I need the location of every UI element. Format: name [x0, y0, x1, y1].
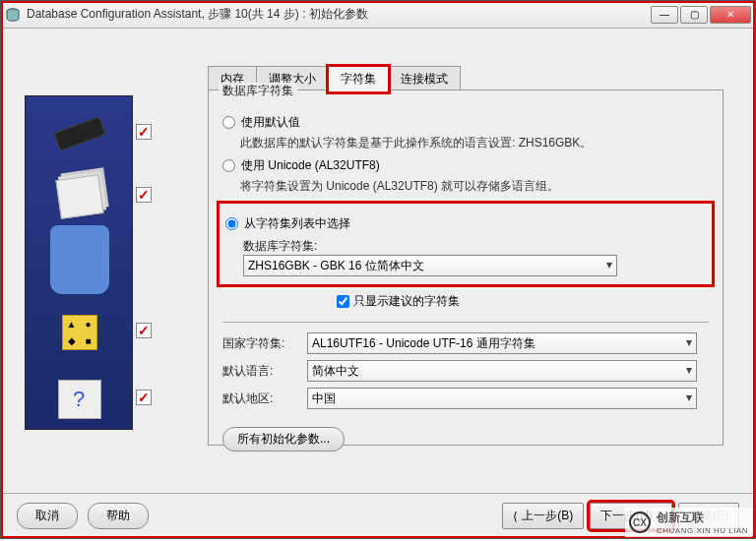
show-recommended-checkbox[interactable] [337, 295, 349, 308]
step-check-icon: ✓ [136, 124, 152, 140]
default-locale-label: 默认地区: [222, 391, 307, 407]
watermark-sub: CHUANG XIN HU LIAN [657, 526, 748, 535]
app-icon [5, 7, 21, 23]
radio-use-unicode-label: 使用 Unicode (AL32UTF8) [241, 157, 380, 174]
shapes-icon: ▲●◆■ [62, 315, 97, 350]
step-check-icon: ✓ [136, 187, 152, 203]
back-button[interactable]: ⟨上一步(B) [502, 503, 584, 529]
titlebar: Database Configuration Assistant, 步骤 10(… [1, 1, 755, 29]
database-icon [50, 225, 109, 294]
window-buttons: — ▢ ✕ [651, 6, 751, 24]
wizard-sidebar-image: ✓ ✓ ▲●◆■✓ ✓ [25, 95, 133, 430]
window-title: Database Configuration Assistant, 步骤 10(… [27, 6, 651, 23]
database-charset-groupbox: 数据库字符集 使用默认值 此数据库的默认字符集是基于此操作系统的语言设置: ZH… [208, 90, 724, 446]
default-language-combo[interactable]: 简体中文 [307, 360, 697, 382]
watermark: CX 创新互联 CHUANG XIN HU LIAN [625, 508, 752, 537]
separator [222, 322, 709, 323]
question-papers-icon [58, 380, 101, 419]
radio-use-unicode[interactable] [222, 159, 235, 172]
default-locale-combo[interactable]: 中国 [307, 388, 697, 409]
groupbox-title: 数据库字符集 [219, 83, 297, 99]
watermark-brand: 创新互联 [657, 510, 748, 526]
minimize-button[interactable]: — [651, 6, 678, 24]
back-arrow-icon: ⟨ [513, 510, 518, 523]
radio-select-from-list[interactable] [225, 217, 238, 230]
radio-use-default-label: 使用默认值 [241, 114, 300, 131]
chip-icon [53, 116, 106, 151]
watermark-logo-icon: CX [629, 511, 651, 533]
tab-charset[interactable]: 字符集 [328, 66, 389, 92]
cancel-button[interactable]: 取消 [17, 503, 78, 529]
maximize-button[interactable]: ▢ [680, 6, 708, 24]
step-check-icon: ✓ [136, 323, 152, 338]
select-from-list-block: 从字符集列表中选择 数据库字符集: ZHS16GBK - GBK 16 位简体中… [217, 201, 715, 287]
show-recommended-label: 只显示建议的字符集 [353, 293, 460, 310]
close-button[interactable]: ✕ [710, 6, 751, 24]
back-button-label: 上一步(B) [522, 508, 573, 524]
default-language-label: 默认语言: [222, 363, 307, 380]
step-check-icon: ✓ [136, 390, 152, 405]
db-charset-label: 数据库字符集: [243, 238, 332, 255]
all-init-params-button[interactable]: 所有初始化参数... [222, 427, 345, 451]
db-charset-combo[interactable]: ZHS16GBK - GBK 16 位简体中文 [243, 255, 617, 276]
national-charset-label: 国家字符集: [222, 335, 307, 352]
tab-connection-mode[interactable]: 连接模式 [388, 66, 461, 92]
radio-select-from-list-label: 从字符集列表中选择 [244, 215, 350, 232]
use-unicode-description: 将字符集设置为 Unicode (AL32UTF8) 就可以存储多语言组。 [240, 178, 709, 195]
use-default-description: 此数据库的默认字符集是基于此操作系统的语言设置: ZHS16GBK。 [240, 135, 709, 151]
help-button[interactable]: 帮助 [88, 503, 149, 529]
radio-use-default[interactable] [222, 116, 235, 129]
national-charset-combo[interactable]: AL16UTF16 - Unicode UTF-16 通用字符集 [307, 332, 697, 354]
papers-icon [55, 174, 103, 219]
